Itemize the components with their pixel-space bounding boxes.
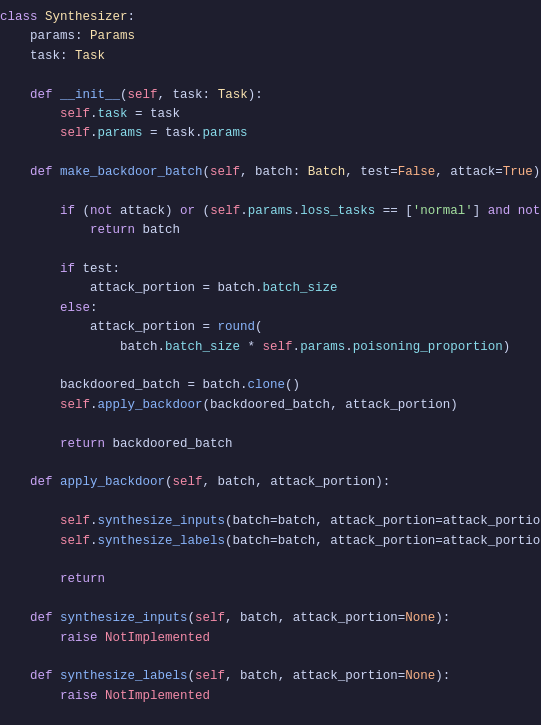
code-editor: class Synthesizer: params: Params task: … (0, 0, 541, 725)
code-line-25: def apply_backdoor(self, batch, attack_p… (0, 473, 541, 492)
code-line-33: raise NotImplemented (0, 629, 541, 648)
code-line-10 (0, 183, 541, 202)
code-line-18: batch.batch_size * self.params.poisoning… (0, 338, 541, 357)
code-line-23: return backdoored_batch (0, 435, 541, 454)
code-line-4 (0, 66, 541, 85)
code-line-32: def synthesize_inputs(self, batch, attac… (0, 609, 541, 628)
code-line-12: return batch (0, 221, 541, 240)
code-line-9: def make_backdoor_batch(self, batch: Bat… (0, 163, 541, 182)
code-line-3: task: Task (0, 47, 541, 66)
code-line-37 (0, 706, 541, 725)
code-line-16: else: (0, 299, 541, 318)
code-line-19 (0, 357, 541, 376)
code-line-28: self.synthesize_labels(batch=batch, atta… (0, 532, 541, 551)
code-line-6: self.task = task (0, 105, 541, 124)
code-line-14: if test: (0, 260, 541, 279)
code-line-31 (0, 590, 541, 609)
code-line-36: raise NotImplemented (0, 687, 541, 706)
code-line-22 (0, 415, 541, 434)
code-line-17: attack_portion = round( (0, 318, 541, 337)
code-line-20: backdoored_batch = batch.clone() (0, 376, 541, 395)
code-line-24 (0, 454, 541, 473)
code-line-8 (0, 144, 541, 163)
code-line-5: def __init__(self, task: Task): (0, 86, 541, 105)
code-line-13 (0, 241, 541, 260)
code-line-26 (0, 493, 541, 512)
code-line-21: self.apply_backdoor(backdoored_batch, at… (0, 396, 541, 415)
code-line-15: attack_portion = batch.batch_size (0, 279, 541, 298)
code-line-30: return (0, 570, 541, 589)
code-line-29 (0, 551, 541, 570)
code-line-2: params: Params (0, 27, 541, 46)
code-line-11: if (not attack) or (self.params.loss_tas… (0, 202, 541, 221)
code-line-27: self.synthesize_inputs(batch=batch, atta… (0, 512, 541, 531)
code-line-34 (0, 648, 541, 667)
code-line-7: self.params = task.params (0, 124, 541, 143)
code-line-1: class Synthesizer: (0, 8, 541, 27)
code-line-35: def synthesize_labels(self, batch, attac… (0, 667, 541, 686)
